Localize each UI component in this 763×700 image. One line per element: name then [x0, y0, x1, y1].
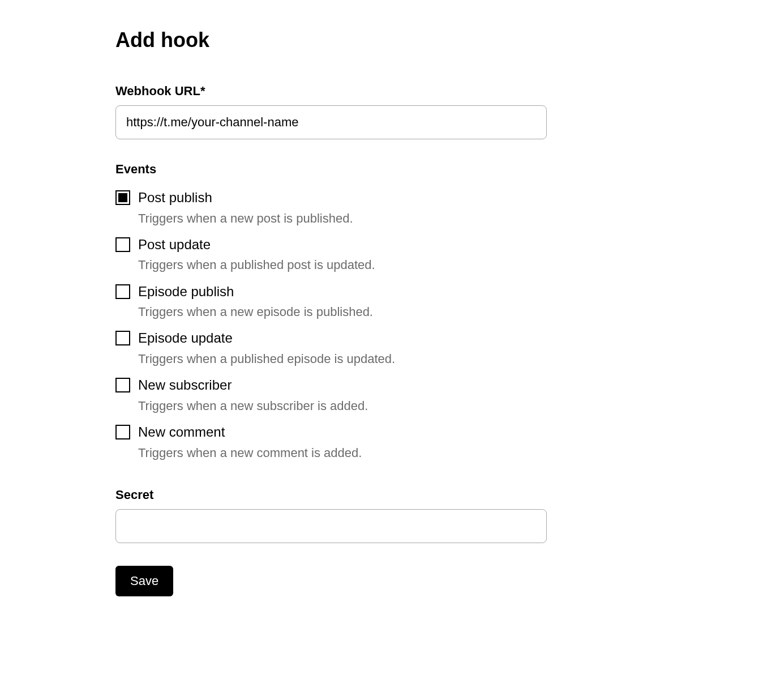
- event-text: Post publishTriggers when a new post is …: [138, 188, 659, 228]
- event-item: Post updateTriggers when a published pos…: [115, 235, 659, 275]
- event-checkbox[interactable]: [115, 425, 130, 439]
- event-text: Episode updateTriggers when a published …: [138, 328, 659, 369]
- event-description: Triggers when a new episode is published…: [138, 302, 659, 322]
- page-title: Add hook: [115, 28, 659, 52]
- event-checkbox[interactable]: [115, 284, 130, 299]
- events-list: Post publishTriggers when a new post is …: [115, 188, 659, 463]
- events-section: Events Post publishTriggers when a new p…: [115, 162, 659, 463]
- event-name: New comment: [138, 422, 659, 442]
- event-text: New commentTriggers when a new comment i…: [138, 422, 659, 463]
- event-text: Post updateTriggers when a published pos…: [138, 235, 659, 275]
- event-text: Episode publishTriggers when a new episo…: [138, 282, 659, 322]
- event-item: Episode publishTriggers when a new episo…: [115, 282, 659, 322]
- secret-label: Secret: [115, 488, 659, 502]
- webhook-url-field-group: Webhook URL*: [115, 84, 659, 139]
- event-item: New commentTriggers when a new comment i…: [115, 422, 659, 463]
- event-description: Triggers when a new subscriber is added.: [138, 396, 659, 416]
- event-checkbox[interactable]: [115, 331, 130, 345]
- event-checkbox[interactable]: [115, 237, 130, 252]
- events-label: Events: [115, 162, 659, 177]
- event-name: Post update: [138, 235, 659, 254]
- event-description: Triggers when a published post is update…: [138, 255, 659, 275]
- event-item: Episode updateTriggers when a published …: [115, 328, 659, 369]
- event-description: Triggers when a new post is published.: [138, 208, 659, 228]
- secret-input[interactable]: [115, 509, 547, 543]
- event-item: New subscriberTriggers when a new subscr…: [115, 375, 659, 416]
- webhook-url-input[interactable]: [115, 105, 547, 139]
- webhook-url-label: Webhook URL*: [115, 84, 659, 99]
- event-name: New subscriber: [138, 375, 659, 395]
- secret-field-group: Secret: [115, 488, 659, 543]
- event-name: Episode publish: [138, 282, 659, 301]
- event-description: Triggers when a new comment is added.: [138, 443, 659, 463]
- event-checkbox[interactable]: [115, 378, 130, 392]
- event-text: New subscriberTriggers when a new subscr…: [138, 375, 659, 416]
- event-name: Episode update: [138, 328, 659, 348]
- add-hook-form: Add hook Webhook URL* Events Post publis…: [115, 28, 659, 596]
- save-button[interactable]: Save: [115, 566, 173, 596]
- event-description: Triggers when a published episode is upd…: [138, 349, 659, 369]
- event-checkbox[interactable]: [115, 190, 130, 205]
- event-item: Post publishTriggers when a new post is …: [115, 188, 659, 228]
- event-name: Post publish: [138, 188, 659, 207]
